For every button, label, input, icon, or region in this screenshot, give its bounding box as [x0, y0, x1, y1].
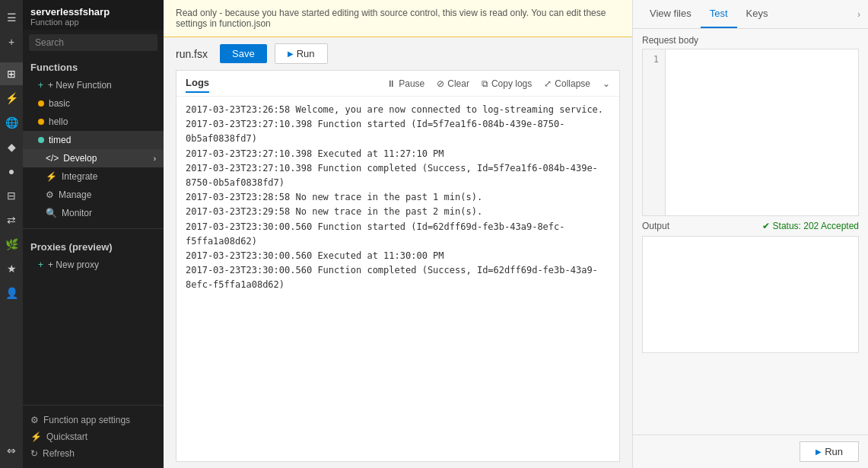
collapse-label: Collapse [555, 78, 590, 89]
toolbar: run.fsx Save ▶ Run [164, 37, 632, 70]
sidebar-sub-item-integrate[interactable]: ⚡ Integrate [23, 167, 164, 186]
logs-content: 2017-03-23T23:26:58 Welcome, you are now… [176, 97, 619, 461]
search-input[interactable] [29, 34, 157, 51]
leaf-nav-icon[interactable]: 🌿 [0, 233, 23, 256]
log-line: 2017-03-23T23:30:00.560 Function started… [186, 220, 610, 249]
expand-nav-icon[interactable]: ⇔ [0, 439, 23, 462]
clear-action[interactable]: ⊘ Clear [437, 78, 469, 89]
run-label: Run [297, 48, 315, 59]
integrate-label: Integrate [62, 171, 97, 182]
output-header: Output ✔ Status: 202 Accepted [642, 216, 859, 236]
right-panel-chevron-icon[interactable]: › [857, 9, 860, 20]
proxies-section-title: Proxies (preview) [23, 235, 164, 256]
output-status: ✔ Status: 202 Accepted [762, 221, 859, 231]
grid-nav-icon[interactable]: ⊟ [0, 184, 23, 207]
monitor-icon: 🔍 [46, 208, 57, 218]
hello-label: hello [49, 116, 68, 127]
sidebar-header: serverlessfsharp Function app [23, 0, 164, 30]
tab-test[interactable]: Test [701, 0, 737, 28]
collapse-action[interactable]: ⤢ Collapse [544, 78, 590, 89]
right-panel-body: Request body 1 Output ✔ Status: 202 Acce… [633, 29, 868, 435]
logs-tab[interactable]: Logs [186, 74, 209, 93]
develop-label: Develop [63, 153, 97, 164]
clear-icon: ⊘ [437, 78, 444, 89]
warning-text: Read only - because you have started edi… [176, 8, 606, 29]
request-body-editor[interactable]: 1 [642, 49, 859, 216]
copy-logs-action[interactable]: ⧉ Copy logs [482, 78, 532, 89]
copy-icon: ⧉ [482, 78, 488, 89]
manage-icon: ⚙ [46, 189, 54, 200]
arrows-nav-icon[interactable]: ⇄ [0, 209, 23, 231]
monitor-label: Monitor [62, 208, 92, 218]
output-label: Output [642, 221, 669, 231]
add-icon[interactable]: + [0, 30, 23, 53]
tab-keys[interactable]: Keys [737, 0, 777, 28]
editor-content[interactable] [666, 49, 858, 215]
refresh-icon: ↻ [30, 448, 38, 459]
sidebar-sub-item-develop[interactable]: </> Develop › [23, 149, 164, 167]
sidebar: serverlessfsharp Function app Functions … [23, 0, 164, 468]
save-button[interactable]: Save [220, 44, 267, 63]
sidebar-sub-item-manage[interactable]: ⚙ Manage [23, 186, 164, 204]
sidebar-item-timed[interactable]: timed [23, 131, 164, 149]
warning-banner: Read only - because you have started edi… [164, 0, 632, 37]
run-button[interactable]: ▶ Run [275, 43, 328, 64]
person-nav-icon[interactable]: 👤 [0, 282, 23, 304]
line-number-1: 1 [649, 54, 659, 65]
code-icon: </> [46, 153, 59, 164]
request-body-label: Request body [633, 29, 868, 49]
status-text: Status: 202 Accepted [773, 221, 859, 231]
functions-nav-icon[interactable]: ⊞ [0, 62, 23, 85]
app-name: serverlessfsharp [30, 6, 156, 18]
status-check-icon: ✔ [762, 221, 770, 231]
right-panel-tabs: View files Test Keys › [633, 0, 868, 29]
new-function-plus-icon: + [38, 80, 43, 91]
star-nav-icon[interactable]: ★ [0, 257, 23, 280]
sidebar-function-app-settings[interactable]: ⚙ Function app settings [30, 412, 156, 428]
refresh-label: Refresh [43, 448, 75, 459]
sidebar-refresh[interactable]: ↻ Refresh [30, 445, 156, 462]
more-action[interactable]: ⌄ [603, 78, 610, 89]
log-line: 2017-03-23T23:29:58 No new trace in the … [186, 205, 610, 219]
function-app-settings-label: Function app settings [43, 415, 130, 425]
new-proxy-label: + New proxy [48, 259, 99, 270]
right-panel: View files Test Keys › Request body 1 Ou… [632, 0, 868, 468]
app-sub: Function app [30, 18, 156, 27]
new-proxy-plus-icon: + [38, 259, 43, 270]
logs-toolbar: Logs ⏸ Pause ⊘ Clear ⧉ Copy logs ⤢ Colla… [176, 71, 619, 97]
log-line: 2017-03-23T23:27:10.398 Executed at 11:2… [186, 147, 610, 161]
tab-view-files[interactable]: View files [641, 0, 701, 28]
sidebar-search-container [23, 30, 164, 56]
sidebar-item-hello[interactable]: hello [23, 113, 164, 131]
timed-label: timed [49, 135, 71, 145]
sidebar-sub-item-monitor[interactable]: 🔍 Monitor [23, 204, 164, 222]
run-play-icon: ▶ [288, 49, 294, 58]
log-line: 2017-03-23T23:27:10.398 Function complet… [186, 161, 610, 190]
run-panel-button[interactable]: ▶ Run [800, 441, 859, 462]
log-line: 2017-03-23T23:27:10.398 Function started… [186, 117, 610, 146]
clear-label: Clear [447, 78, 469, 89]
develop-chevron-icon: › [154, 154, 156, 163]
functions-section-title: Functions [23, 56, 164, 76]
logs-actions-group: ⏸ Pause ⊘ Clear ⧉ Copy logs ⤢ Collapse ⌄ [386, 78, 610, 89]
diamond-nav-icon[interactable]: ◆ [0, 135, 23, 158]
sidebar-divider [23, 228, 164, 229]
sidebar-quickstart[interactable]: ⚡ Quickstart [30, 428, 156, 445]
pause-action[interactable]: ⏸ Pause [386, 78, 424, 89]
logs-container: Logs ⏸ Pause ⊘ Clear ⧉ Copy logs ⤢ Colla… [176, 70, 620, 462]
tab-view-files-label: View files [650, 8, 692, 19]
new-function-item[interactable]: + + New Function [23, 76, 164, 94]
editor-line-numbers: 1 [643, 49, 666, 215]
basic-dot-icon [38, 100, 44, 107]
bolt-nav-icon[interactable]: ⚡ [0, 87, 23, 110]
quickstart-label: Quickstart [46, 431, 87, 442]
sidebar-item-basic[interactable]: basic [23, 94, 164, 113]
new-proxy-item[interactable]: + + New proxy [23, 256, 164, 274]
log-line: 2017-03-23T23:30:00.560 Executed at 11:3… [186, 249, 610, 263]
hamburger-icon[interactable]: ☰ [0, 6, 23, 29]
timed-dot-icon [38, 137, 44, 143]
output-box [642, 236, 859, 353]
globe-nav-icon[interactable]: 🌐 [0, 111, 23, 134]
circle-nav-icon[interactable]: ● [0, 160, 23, 183]
filename-label: run.fsx [176, 48, 208, 60]
